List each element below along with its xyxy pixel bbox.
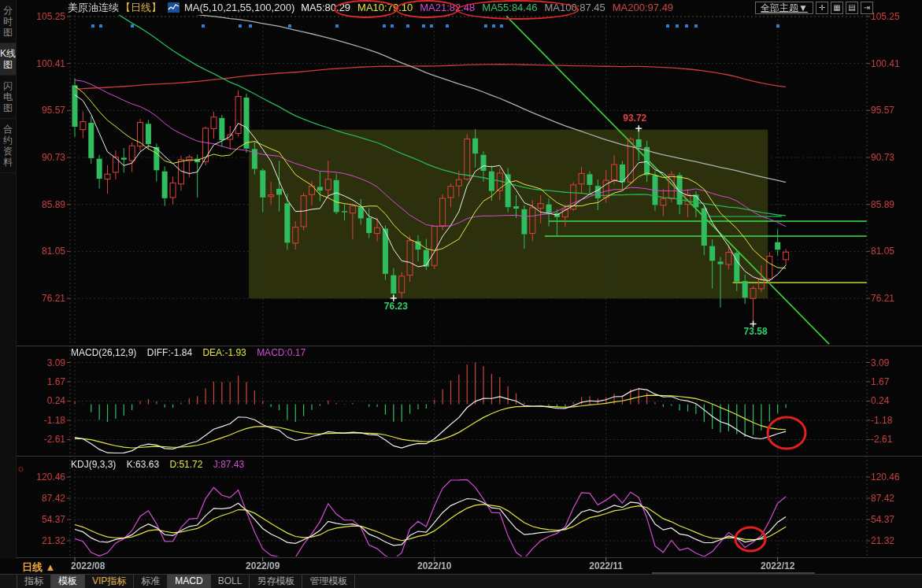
- ma-params-label: MA(5,10,21,55,100,200): [184, 2, 294, 13]
- macd-header: MACD(26,12,9) DIFF:-1.84 DEA:-1.93 MACD:…: [71, 347, 313, 358]
- tab-vip-indicator[interactable]: VIP指标: [85, 575, 134, 588]
- period-selector[interactable]: 日线 ▲: [22, 560, 55, 575]
- indicator-tab-bar: 指标 模板 VIP指标 标准 MACD BOLL 另存模板 管理模板: [0, 574, 922, 588]
- macd-diff-value: DIFF:-1.84: [147, 347, 192, 358]
- axis-chart-icon[interactable]: ▤: [846, 2, 858, 14]
- all-themes-button[interactable]: 全部主题▼: [755, 2, 813, 14]
- indicator-settings-icon[interactable]: ☼: [17, 463, 25, 474]
- tab-boll[interactable]: BOLL: [211, 575, 250, 588]
- legend-highlight-ellipse: [334, 0, 398, 18]
- pan-icon[interactable]: ✛: [816, 2, 828, 14]
- macd-bar-value: MACD:0.17: [257, 347, 305, 358]
- sidebar-tab-flash[interactable]: 闪电图: [0, 76, 16, 119]
- symbol-title: 美原油连续: [68, 1, 119, 15]
- tab-indicator[interactable]: 指标: [17, 575, 51, 588]
- candlestick-chart-icon[interactable]: [168, 2, 180, 13]
- kdj-j-value: J:87.43: [213, 459, 244, 470]
- tab-standard[interactable]: 标准: [134, 575, 168, 588]
- ma200-value-label: MA200:97.49: [613, 2, 673, 13]
- tab-manage-template[interactable]: 管理模板: [302, 575, 355, 588]
- chart-canvas[interactable]: [0, 0, 922, 588]
- period-tag[interactable]: 【日线】: [120, 1, 161, 15]
- legend-highlight-ellipse: [457, 0, 579, 20]
- tab-save-template[interactable]: 另存模板: [250, 575, 302, 588]
- kdj-d-value: D:51.72: [169, 459, 202, 470]
- tab-macd[interactable]: MACD: [168, 575, 210, 588]
- kdj-params-label[interactable]: KDJ(9,3,3): [71, 459, 116, 470]
- sidebar-tab-kline[interactable]: K线图: [0, 43, 16, 76]
- pop-out-icon[interactable]: ⇥: [861, 2, 873, 14]
- grid-chart-icon[interactable]: ▦: [831, 2, 843, 14]
- kdj-k-value: K:63.63: [127, 459, 159, 470]
- legend-highlight-ellipse: [395, 0, 459, 18]
- sidebar-tab-contract-info[interactable]: 合约资料: [0, 119, 16, 173]
- macd-params-label[interactable]: MACD(26,12,9): [71, 347, 136, 358]
- sidebar-tab-timeline[interactable]: 分时图: [0, 0, 16, 43]
- chart-type-sidebar: 分时图 K线图 闪电图 合约资料: [0, 0, 17, 559]
- tab-template[interactable]: 模板: [51, 575, 85, 588]
- macd-dea-value: DEA:-1.93: [202, 347, 246, 358]
- kdj-header: KDJ(9,3,3) K:63.63 D:51.72 J:87.43: [71, 459, 252, 470]
- chart-application-window: 分时图 K线图 闪电图 合约资料 美原油连续 【日线】 MA(5,10,21,5…: [0, 0, 922, 588]
